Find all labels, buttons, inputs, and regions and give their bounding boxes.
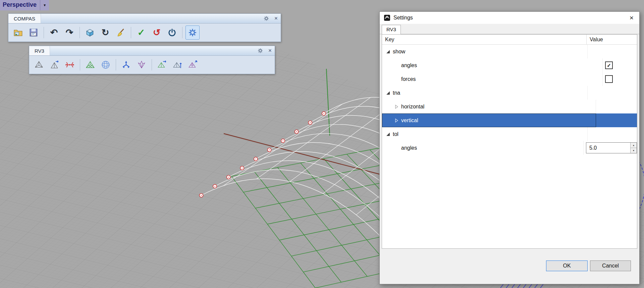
row-key-label: show	[393, 49, 405, 55]
row-key-label: vertical	[401, 117, 418, 124]
collapse-triangle-icon[interactable]	[394, 118, 398, 123]
spinner: ▲ ▼	[630, 143, 637, 153]
settings-row-show-angles[interactable]: angles	[382, 58, 637, 72]
rv3-toolbar-body	[29, 56, 275, 74]
rv3-equilibrium-button[interactable]	[119, 58, 133, 72]
rv3-horizontal-button[interactable]	[155, 58, 169, 72]
viewport-menu-arrow-icon[interactable]: ▼	[40, 0, 49, 10]
settings-dialog-title: Settings	[393, 15, 413, 21]
settings-dialog-titlebar[interactable]: Settings ×	[380, 12, 639, 24]
forces-checkbox[interactable]	[605, 75, 613, 83]
rv3-toolbar-drag-area[interactable]	[50, 46, 255, 55]
rhino-viewport-window: Perspective ▼ COMPAS × ↶ ↷ ↻	[0, 0, 644, 288]
column-header-value[interactable]: Value	[587, 37, 637, 43]
viewport-label: Perspective ▼	[0, 0, 49, 10]
tab-rv3[interactable]: RV3	[382, 25, 401, 34]
rv3-skeleton-button[interactable]	[63, 58, 77, 72]
settings-row-show[interactable]: show	[382, 45, 637, 58]
angles-checkbox[interactable]	[605, 61, 613, 69]
undo-icon: ↶	[50, 28, 58, 37]
toolbar-separator	[79, 27, 80, 38]
cancel-button[interactable]: Cancel	[590, 260, 631, 271]
settings-row-tna-horizontal[interactable]: horizontal	[382, 100, 637, 113]
ok-button[interactable]: OK	[546, 260, 588, 271]
equilibrium-arrows-icon	[121, 60, 131, 69]
rv3-toolbar-options-gear-icon[interactable]	[255, 46, 265, 55]
form-diagram-icon	[34, 60, 44, 69]
save-file-icon	[29, 28, 38, 37]
settings-dialog: Settings × RV3 Key Value show angles	[379, 11, 640, 284]
skeleton-icon	[65, 60, 74, 69]
compas-toolbar: COMPAS × ↶ ↷ ↻ ✓	[8, 13, 281, 42]
compas-settings-button[interactable]	[185, 26, 200, 40]
toolbar-separator	[152, 59, 152, 70]
toolbar-separator	[44, 27, 44, 38]
expand-triangle-icon[interactable]	[386, 132, 390, 136]
rv3-force-button[interactable]	[99, 58, 113, 72]
compas-toolbar-options-gear-icon[interactable]	[261, 14, 271, 23]
row-key-label: tna	[393, 90, 400, 96]
rv3-toolbar-titlebar: RV3 ×	[29, 46, 275, 56]
rv3-form-arrow-button[interactable]	[47, 58, 61, 72]
compas-redo-button[interactable]: ↷	[62, 26, 76, 40]
cloud-sync-icon: ↺	[153, 28, 161, 37]
settings-row-tol[interactable]: tol	[382, 127, 637, 141]
compas-clean-button[interactable]	[114, 26, 128, 40]
toolbar-separator	[116, 59, 116, 70]
compas-undo-button[interactable]: ↶	[47, 26, 61, 40]
compas-cloud-sync-button[interactable]: ↺	[150, 26, 164, 40]
pattern-mesh-icon	[86, 60, 95, 69]
row-key-label: forces	[401, 76, 416, 82]
spin-up-icon[interactable]: ▲	[631, 143, 637, 148]
form-diagram-arrow-icon	[50, 60, 59, 69]
settings-tabstrip: RV3	[380, 24, 639, 34]
spin-down-icon[interactable]: ▼	[631, 148, 637, 153]
compas-save-button[interactable]	[26, 26, 41, 40]
compas-toolbar-title: COMPAS	[8, 14, 41, 23]
rv3-toolbar: RV3 ×	[29, 46, 275, 74]
settings-dialog-close-button[interactable]: ×	[624, 12, 639, 24]
column-header-key[interactable]: Key	[382, 35, 587, 44]
tol-angles-input[interactable]	[586, 143, 630, 153]
open-file-icon	[13, 28, 23, 37]
compas-toolbar-drag-area[interactable]	[41, 14, 261, 23]
solve-equilibrium-icon	[188, 60, 198, 69]
rv3-form-diagram-button[interactable]	[32, 58, 46, 72]
settings-row-tol-angles[interactable]: angles ▲ ▼	[382, 141, 637, 155]
rv3-fan-button[interactable]	[135, 58, 149, 72]
settings-row-tna-vertical[interactable]: vertical	[382, 113, 637, 127]
compas-shutdown-button[interactable]	[165, 26, 179, 40]
compas-toolbar-body: ↶ ↷ ↻ ✓ ↺	[8, 23, 281, 42]
compas-toolbar-close-icon[interactable]: ×	[271, 14, 281, 23]
settings-table-header: Key Value	[382, 35, 637, 45]
rv3-solve-button[interactable]	[186, 58, 200, 72]
collapse-triangle-icon[interactable]	[394, 105, 398, 109]
rv3-vertical-button[interactable]	[170, 58, 184, 72]
rv3-toolbar-close-icon[interactable]: ×	[265, 46, 275, 55]
vertical-equilibrium-icon	[173, 60, 182, 69]
toolbar-separator	[80, 59, 80, 70]
compas-toolbar-titlebar: COMPAS ×	[8, 14, 281, 23]
rv3-toolbar-title: RV3	[29, 46, 50, 55]
toolbar-separator	[131, 27, 131, 38]
horizontal-equilibrium-icon	[157, 60, 167, 69]
expand-triangle-icon[interactable]	[386, 50, 390, 54]
power-icon	[168, 28, 176, 37]
row-key-label: angles	[401, 145, 417, 151]
expand-triangle-icon[interactable]	[386, 91, 390, 95]
cube-scene-icon	[85, 28, 95, 37]
compas-open-button[interactable]	[11, 26, 25, 40]
rv3-pattern-button[interactable]	[83, 58, 97, 72]
compas-refresh-button[interactable]: ↻	[98, 26, 112, 40]
clean-broom-icon	[116, 28, 125, 37]
verify-check-icon: ✓	[138, 28, 145, 37]
compas-scene-button[interactable]	[83, 26, 97, 40]
settings-row-tna[interactable]: tna	[382, 86, 637, 100]
row-key-label: horizontal	[401, 104, 424, 110]
settings-table: Key Value show angles f	[382, 34, 637, 249]
viewport-name[interactable]: Perspective	[0, 0, 40, 10]
compas-verify-button[interactable]: ✓	[134, 26, 148, 40]
settings-gears-icon	[188, 28, 197, 37]
row-key-label: angles	[401, 62, 417, 68]
settings-row-show-forces[interactable]: forces	[382, 72, 637, 86]
